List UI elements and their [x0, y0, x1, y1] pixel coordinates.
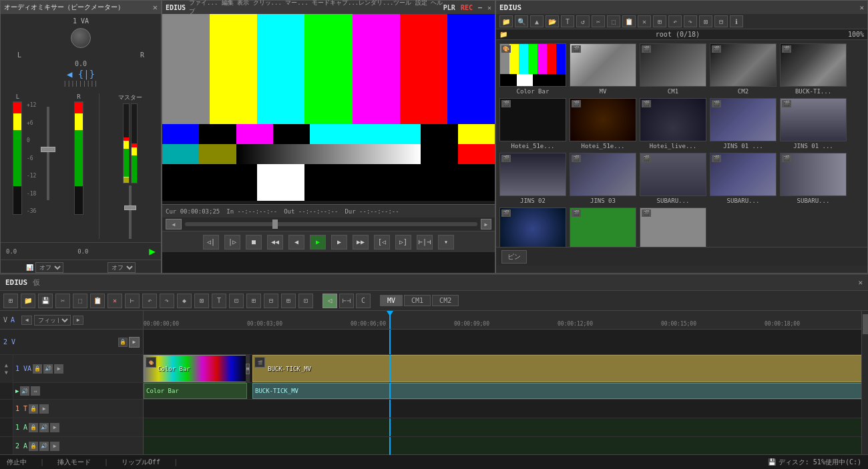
1va-audio-move[interactable]: ⇔	[31, 386, 40, 396]
set-in-btn[interactable]: [◁	[374, 235, 390, 250]
tl-tool-view3[interactable]: ⊞	[281, 294, 296, 308]
tl-tool-paste[interactable]: 📋	[90, 294, 105, 308]
audio-mixer-close[interactable]: ✕	[153, 3, 158, 12]
1va-audio-speaker[interactable]: 🔊	[20, 386, 29, 396]
asset-item-daiichi2[interactable]: 🎬 第一興商...	[570, 207, 636, 247]
1va-arrow-btn[interactable]: ▶	[54, 364, 63, 374]
mv-audio-clip[interactable]: BUCK-TICK_MV	[252, 383, 867, 399]
asset-item-cm2[interactable]: 🎬 CM2	[710, 43, 777, 95]
track-1va-audio-content[interactable]: Color Bar BUCK-TICK_MV	[144, 383, 868, 400]
asset-close-btn[interactable]: ✕	[859, 3, 864, 12]
tl-tool-undo[interactable]: ↶	[142, 294, 157, 308]
asset-item-subaru2[interactable]: 🎬 SUBARU...	[710, 153, 777, 204]
asset-item-jins03[interactable]: 🎬 JINS 03	[570, 153, 636, 204]
set-out-btn[interactable]: ▷]	[395, 235, 411, 250]
asset-folder-icon[interactable]: 📁	[499, 15, 513, 27]
asset-paste-btn[interactable]: 📋	[622, 15, 636, 27]
tl-tool-delete[interactable]: ✕	[107, 294, 122, 308]
colorbar-clip[interactable]: 🎨 Color Bar	[144, 355, 247, 382]
tl-tool-view2[interactable]: ⊟	[264, 294, 278, 308]
preview-scrub-bar[interactable]	[185, 222, 477, 226]
2v-arrow-btn[interactable]: ▶	[129, 337, 140, 348]
asset-more4-btn[interactable]: ⊠	[699, 15, 712, 27]
asset-delete-btn[interactable]: ✕	[638, 15, 651, 27]
2a-speaker-btn[interactable]: 🔊	[39, 442, 49, 451]
tl-tool-view1[interactable]: ⊞	[246, 294, 261, 308]
off-dropdown-2[interactable]: オフ	[107, 262, 136, 273]
tl-mode-tool[interactable]: C	[356, 294, 371, 308]
asset-search-btn[interactable]: 🔍	[515, 15, 528, 27]
tl-tool-2[interactable]: 📁	[21, 294, 35, 308]
tab-mv[interactable]: MV	[380, 295, 403, 306]
1va-speaker-btn[interactable]: 🔊	[43, 364, 53, 374]
off-dropdown-1[interactable]: オフ	[35, 262, 63, 273]
asset-item-bucktick[interactable]: 🎬 BUCK-TI...	[780, 43, 847, 95]
tl-tool-import[interactable]: ⊡	[229, 294, 244, 308]
ripple-btn[interactable]: ⊢|⊣	[417, 235, 433, 250]
asset-item-cm1[interactable]: 🎬 CM1	[640, 43, 706, 95]
asset-item-colorbar[interactable]: 🎨 Color Bar	[499, 43, 566, 95]
colorbar-audio-clip[interactable]: Color Bar	[144, 383, 247, 399]
preview-close-btn[interactable]: ✕	[487, 4, 491, 11]
fit-left-btn[interactable]: ◀	[21, 316, 32, 325]
track-up-arrow[interactable]: ▲	[5, 362, 8, 368]
asset-item-jins01a[interactable]: 🎬 JINS 01 ...	[710, 98, 777, 149]
asset-item-mv[interactable]: 🎬 MV	[570, 43, 636, 95]
tl-vscrollbar[interactable]	[861, 311, 868, 468]
asset-text-btn[interactable]: T	[561, 15, 574, 27]
timeline-scroll-right[interactable]: ▶	[481, 219, 491, 229]
mark-out-btn[interactable]: |▷	[224, 235, 240, 250]
prev-frame-btn[interactable]: ◀	[288, 235, 304, 250]
timeline-scroll-left[interactable]: ◀	[166, 219, 182, 229]
2a-arrow-btn[interactable]: ▶	[50, 442, 59, 451]
mv-clip[interactable]: 🎬 BUCK-TICK_MV	[252, 355, 867, 382]
extra-btn[interactable]: ▾	[438, 235, 454, 250]
tl-vscroll-thumb[interactable]	[863, 314, 868, 334]
asset-info-btn[interactable]: ℹ	[730, 15, 743, 27]
ffw-btn[interactable]: ▶▶	[353, 235, 369, 250]
track-down-arrow[interactable]: ▼	[5, 370, 8, 376]
asset-item-daiichi1[interactable]: 🎬 第一興商...	[499, 207, 566, 247]
tl-tool-redo[interactable]: ↷	[160, 294, 174, 308]
asset-item-subaru3[interactable]: 🎬 SUBARU...	[780, 153, 847, 204]
tl-tool-trim[interactable]: ⊠	[194, 294, 209, 308]
1t-lock-btn[interactable]: 🔒	[29, 404, 38, 414]
pan-knob[interactable]	[71, 28, 91, 48]
rew-btn[interactable]: ◀◀	[267, 235, 283, 250]
tl-tool-cut[interactable]: ✂	[55, 294, 70, 308]
asset-more1-btn[interactable]: ⊞	[653, 15, 666, 27]
master-fader-handle[interactable]	[124, 205, 136, 210]
preview-minus-btn[interactable]: —	[478, 4, 482, 11]
asset-item-jins02[interactable]: 🎬 JINS 02	[499, 153, 566, 204]
tl-tool-text[interactable]: T	[212, 294, 226, 308]
stop-btn[interactable]: ■	[246, 235, 262, 250]
timeline-close-btn[interactable]: ✕	[858, 278, 863, 287]
tab-cm1[interactable]: CM1	[404, 295, 431, 306]
1va-lock-btn[interactable]: 🔒	[33, 364, 42, 374]
asset-cut-btn[interactable]: ✂	[592, 15, 605, 27]
scrub-thumb[interactable]	[272, 219, 278, 229]
asset-item-hotei2[interactable]: 🎬 Hotei_51e...	[570, 98, 636, 149]
1a-arrow-btn[interactable]: ▶	[50, 423, 59, 432]
asset-up-btn[interactable]: ▲	[530, 15, 544, 27]
1a-speaker-btn[interactable]: 🔊	[39, 423, 49, 432]
play-btn[interactable]: ▶	[310, 235, 326, 250]
2a-lock-btn[interactable]: 🔒	[29, 442, 38, 451]
pin-button[interactable]: ピン	[501, 250, 527, 264]
asset-item-hotei1[interactable]: 🎬 Hotei_51e...	[499, 98, 566, 149]
asset-item-subaru1[interactable]: 🎬 SUBARU...	[640, 153, 706, 204]
tl-tool-split[interactable]: ⊢	[125, 294, 140, 308]
asset-copy-btn[interactable]: ⬚	[607, 15, 620, 27]
fit-dropdown[interactable]: フィット(F)	[34, 315, 71, 326]
asset-new-folder-btn[interactable]: 📂	[546, 15, 559, 27]
fader-handle[interactable]	[41, 147, 55, 152]
tab-cm2[interactable]: CM2	[432, 295, 459, 306]
tl-tool-save[interactable]: 💾	[38, 294, 53, 308]
tl-tool-1[interactable]: ⊞	[3, 294, 18, 308]
fit-right-btn[interactable]: ▶	[73, 316, 83, 325]
track-1va-content[interactable]: 🎨 Color Bar ⊞ 🎬 BUCK-TICK_MV	[144, 355, 868, 383]
asset-view-btn[interactable]: ⊟	[714, 15, 728, 27]
mark-in-btn[interactable]: ◁|	[203, 235, 219, 250]
tl-tool-marker[interactable]: ◆	[177, 294, 192, 308]
tl-select-tool[interactable]: ◁	[322, 294, 337, 308]
